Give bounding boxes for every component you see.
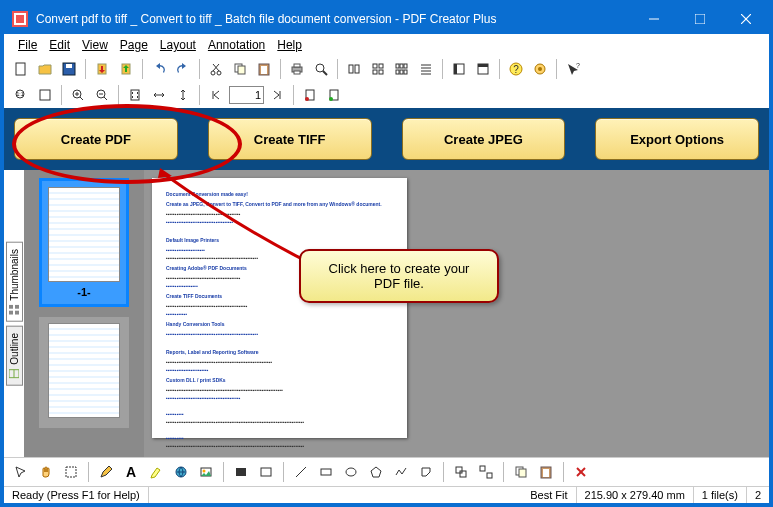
paste-annot-icon[interactable] — [535, 461, 557, 483]
menu-edit[interactable]: Edit — [43, 36, 76, 54]
save-icon[interactable] — [58, 58, 80, 80]
export-options-button[interactable]: Export Options — [595, 118, 759, 160]
status-ready: Ready (Press F1 for Help) — [4, 487, 149, 503]
svg-rect-31 — [396, 64, 399, 68]
copy-icon[interactable] — [229, 58, 251, 80]
line-icon[interactable] — [290, 461, 312, 483]
undo-icon[interactable] — [148, 58, 170, 80]
polyline-icon[interactable] — [390, 461, 412, 483]
svg-point-64 — [305, 97, 309, 101]
rect-fill-icon[interactable] — [230, 461, 252, 483]
zoom-in-icon[interactable] — [67, 84, 89, 106]
close-button[interactable] — [723, 4, 769, 34]
svg-rect-90 — [543, 469, 549, 477]
last-page-icon[interactable] — [266, 84, 288, 106]
grid-2x2-icon[interactable] — [367, 58, 389, 80]
svg-rect-52 — [40, 90, 50, 100]
text-icon[interactable]: A — [120, 461, 142, 483]
svg-text:1:1: 1:1 — [17, 91, 24, 97]
cut-icon[interactable] — [205, 58, 227, 80]
marquee-icon[interactable] — [60, 461, 82, 483]
import-icon[interactable] — [91, 58, 113, 80]
first-page-icon[interactable] — [205, 84, 227, 106]
grid-3x2-icon[interactable] — [391, 58, 413, 80]
svg-rect-25 — [349, 65, 353, 73]
preview-icon[interactable] — [310, 58, 332, 80]
ellipse-icon[interactable] — [340, 461, 362, 483]
zoom-out-icon[interactable] — [91, 84, 113, 106]
svg-rect-22 — [294, 71, 300, 74]
thumbnails-icon — [9, 305, 19, 315]
document-area[interactable]: Document Conversion made easy! Create as… — [144, 170, 769, 457]
svg-rect-33 — [404, 64, 407, 68]
create-tiff-button[interactable]: Create TIFF — [208, 118, 372, 160]
highlight-icon[interactable] — [145, 461, 167, 483]
polygon-icon[interactable] — [365, 461, 387, 483]
svg-rect-2 — [16, 15, 24, 23]
thumbnail-label: -1- — [77, 286, 90, 298]
thumbnail-item[interactable]: -1- — [39, 178, 129, 307]
side-tab-outline[interactable]: Outline — [6, 326, 23, 386]
maximize-button[interactable] — [677, 4, 723, 34]
page-setup-icon[interactable] — [299, 84, 321, 106]
create-jpeg-button[interactable]: Create JPEG — [402, 118, 566, 160]
help-about-icon[interactable]: ? — [505, 58, 527, 80]
paste-icon[interactable] — [253, 58, 275, 80]
fit-page-icon[interactable] — [124, 84, 146, 106]
status-files: 1 file(s) — [694, 487, 747, 503]
side-tab-thumbnails[interactable]: Thumbnails — [6, 242, 23, 322]
group-icon[interactable] — [450, 461, 472, 483]
svg-rect-84 — [460, 471, 466, 477]
hand-icon[interactable] — [35, 461, 57, 483]
delete-annot-icon[interactable] — [570, 461, 592, 483]
thumbnail-item[interactable] — [39, 317, 129, 428]
menu-help[interactable]: Help — [271, 36, 308, 54]
picture-icon[interactable] — [195, 461, 217, 483]
rect-outline-icon[interactable] — [255, 461, 277, 483]
redo-icon[interactable] — [172, 58, 194, 80]
page-color-icon[interactable] — [323, 84, 345, 106]
context-help-icon[interactable]: ? — [562, 58, 584, 80]
page-left-icon[interactable] — [448, 58, 470, 80]
ungroup-icon[interactable] — [475, 461, 497, 483]
main-action-bar: Create PDF Create TIFF Create JPEG Expor… — [4, 108, 769, 170]
copy-annot-icon[interactable] — [510, 461, 532, 483]
zoom-fit-icon[interactable] — [34, 84, 56, 106]
settings-icon[interactable] — [529, 58, 551, 80]
page-number-input[interactable] — [229, 86, 264, 104]
menu-annotation[interactable]: Annotation — [202, 36, 271, 54]
create-pdf-button[interactable]: Create PDF — [14, 118, 178, 160]
thumbnail-preview — [48, 187, 120, 282]
minimize-button[interactable] — [631, 4, 677, 34]
fit-width-icon[interactable] — [148, 84, 170, 106]
menu-layout[interactable]: Layout — [154, 36, 202, 54]
menu-view[interactable]: View — [76, 36, 114, 54]
app-icon — [12, 11, 28, 27]
new-icon[interactable] — [10, 58, 32, 80]
menu-file[interactable]: File — [12, 36, 43, 54]
menu-page[interactable]: Page — [114, 36, 154, 54]
workspace: Thumbnails Outline -1- Document Conversi… — [4, 170, 769, 457]
zoom-100-icon[interactable]: 1:1 — [10, 84, 32, 106]
pointer-icon[interactable] — [10, 461, 32, 483]
svg-rect-83 — [456, 467, 462, 473]
window-title: Convert pdf to tiff _ Convert to tiff _ … — [36, 12, 631, 26]
pencil-icon[interactable] — [95, 461, 117, 483]
export-icon[interactable] — [115, 58, 137, 80]
svg-rect-21 — [294, 64, 300, 67]
fit-height-icon[interactable] — [172, 84, 194, 106]
list-icon[interactable] — [415, 58, 437, 80]
page-mid-icon[interactable] — [472, 58, 494, 80]
svg-point-48 — [538, 67, 542, 71]
svg-rect-78 — [236, 468, 246, 476]
closed-poly-icon[interactable] — [415, 461, 437, 483]
svg-rect-35 — [400, 70, 403, 74]
open-icon[interactable] — [34, 58, 56, 80]
rect-shape-icon[interactable] — [315, 461, 337, 483]
svg-rect-85 — [480, 466, 485, 471]
svg-text:?: ? — [513, 64, 519, 75]
print-icon[interactable] — [286, 58, 308, 80]
link-icon[interactable] — [170, 461, 192, 483]
svg-rect-88 — [519, 469, 526, 477]
grid-2x1-icon[interactable] — [343, 58, 365, 80]
